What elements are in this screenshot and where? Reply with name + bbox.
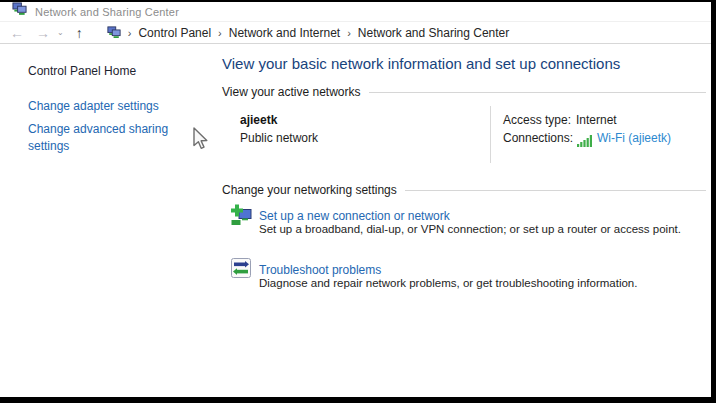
page-title: View your basic network information and …	[222, 55, 620, 72]
sidebar-item-change-adapter-settings[interactable]: Change adapter settings	[28, 99, 159, 113]
connections-label: Connections:	[503, 131, 573, 145]
breadcrumb-separator: ›	[128, 27, 132, 39]
network-profile: Public network	[240, 131, 318, 145]
window-title: Network and Sharing Center	[35, 6, 179, 18]
network-sharing-icon	[12, 2, 27, 21]
mouse-cursor-icon	[192, 127, 210, 156]
access-type-value: Internet	[576, 113, 617, 127]
network-sharing-center-window: Network and Sharing Center ← → ⌄ ↑ › Con…	[0, 0, 716, 403]
section-divider	[405, 190, 706, 191]
troubleshoot-description: Diagnose and repair network problems, or…	[259, 277, 637, 289]
window-border-top	[0, 0, 716, 2]
active-networks-label: View your active networks	[222, 85, 361, 99]
breadcrumb-separator: ›	[218, 27, 222, 39]
back-button[interactable]: ←	[10, 26, 24, 40]
breadcrumb-control-panel[interactable]: Control Panel	[138, 26, 211, 40]
recent-pages-dropdown-icon[interactable]: ⌄	[57, 29, 64, 37]
wifi-signal-bars-icon	[577, 133, 593, 151]
wifi-connection-link[interactable]: Wi-Fi (ajieetk)	[597, 131, 671, 145]
access-type-label: Access type:	[503, 113, 571, 127]
network-info-divider	[490, 106, 491, 163]
sidebar-item-control-panel-home[interactable]: Control Panel Home	[28, 64, 136, 78]
network-name: ajieetk	[240, 113, 277, 127]
breadcrumb-network-sharing-center[interactable]: Network and Sharing Center	[358, 26, 509, 40]
window-border-bottom	[0, 397, 716, 403]
troubleshoot-problems-link[interactable]: Troubleshoot problems	[259, 263, 381, 277]
active-networks-section-header: View your active networks	[222, 85, 706, 99]
breadcrumb-network-and-internet[interactable]: Network and Internet	[229, 26, 340, 40]
networking-settings-label: Change your networking settings	[222, 183, 397, 197]
up-button[interactable]: ↑	[76, 26, 83, 40]
section-divider	[369, 92, 706, 93]
breadcrumb-separator: ›	[347, 27, 351, 39]
forward-button[interactable]: →	[36, 26, 50, 40]
sidebar-item-change-advanced-sharing-settings[interactable]: Change advanced sharing settings	[28, 121, 190, 155]
address-bar[interactable]: › Control Panel › Network and Internet ›…	[95, 23, 510, 42]
setup-new-connection-description: Set up a broadband, dial-up, or VPN conn…	[259, 223, 681, 235]
breadcrumb-network-icon	[107, 26, 121, 40]
new-connection-icon	[230, 204, 252, 230]
troubleshoot-icon	[231, 258, 251, 282]
networking-settings-section-header: Change your networking settings	[222, 183, 706, 197]
navigation-bar: ← → ⌄ ↑ › Control Panel › Network and In…	[0, 21, 711, 44]
title-bar: Network and Sharing Center	[0, 2, 711, 21]
setup-new-connection-link[interactable]: Set up a new connection or network	[259, 209, 450, 223]
window-border-right	[711, 0, 716, 403]
